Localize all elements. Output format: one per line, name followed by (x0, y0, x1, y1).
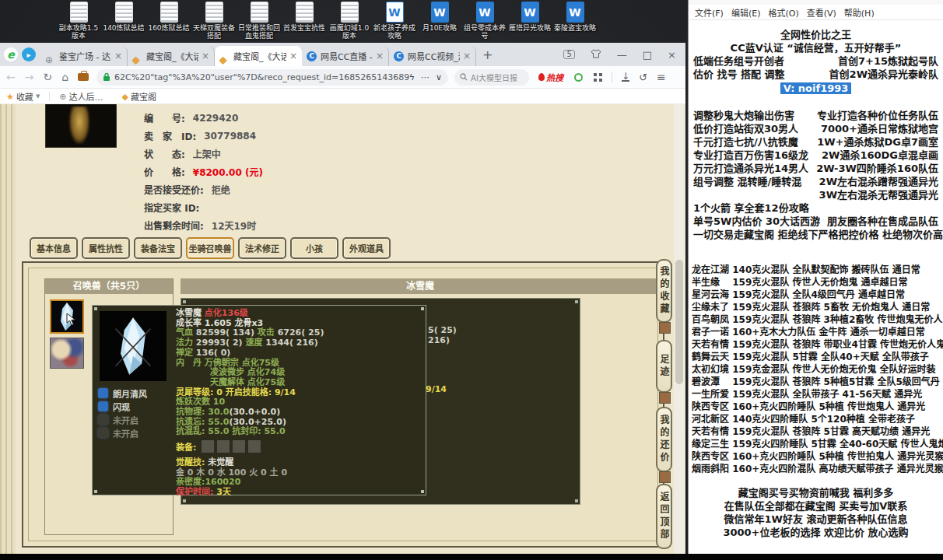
messenger-icon[interactable]: ▸ (22, 47, 36, 61)
text-left: 一切交易走藏宝阁 拒绝线下 (693, 228, 819, 241)
desktop-icon[interactable]: 天梯双魔装备搭配 (191, 2, 237, 40)
sidebar-button-footprints[interactable]: 足迹 (656, 340, 672, 393)
ssl-lock-icon (103, 72, 110, 82)
item-info-row: 编 号: 4229420 (144, 109, 263, 127)
page-tab[interactable]: 装备法宝 (134, 237, 182, 259)
tab-close-icon[interactable]: × (202, 51, 209, 61)
sidebar-button-my-offers[interactable]: 我的还价 (656, 407, 672, 472)
new-tab-button[interactable]: + (482, 47, 493, 62)
desktop-icon[interactable]: W 月10E攻略 (417, 2, 462, 40)
desktop-icon[interactable]: 画魔幻域1.0版本 (327, 2, 372, 40)
notepad-text-area[interactable]: 全网性价比之王 CC蓝V认证 “诚信经营，五开好帮手” 低端任务组号开创者 首创… (689, 28, 943, 539)
page-tab[interactable]: 基本信息 (30, 237, 78, 259)
back-icon[interactable]: ← (6, 72, 16, 82)
item-info-row: 状 态: 上架中 (144, 145, 263, 163)
menu-item[interactable]: 帮助(H) (844, 6, 875, 19)
desktop-icon[interactable]: W 新老孩子养成攻略 (372, 2, 417, 40)
bookmark-item[interactable]: ⊕ 达人后… (59, 90, 103, 103)
menu-item[interactable]: 编辑(E) (731, 6, 761, 19)
team-line: 一生所爱 159克火混队 全队带孩子 41-56天赋 通异光 (692, 388, 940, 401)
browser-tab[interactable]: 网易CC视频_游戏… × (389, 46, 476, 66)
document-file-icon (70, 2, 88, 23)
bookmark-favorites[interactable]: ★ 收藏 ▼ (6, 90, 40, 103)
bolt-icon[interactable]: ϟ (409, 72, 415, 82)
info-label: 编 号: (144, 111, 185, 124)
page-tab[interactable]: 属性抗性 (82, 237, 130, 259)
stat-text: 6726( 25) (278, 327, 324, 338)
tab-close-icon[interactable]: × (463, 51, 471, 61)
desktop-icon[interactable]: W 雁塔异光攻略 (507, 2, 552, 40)
hot-search-button[interactable]: 热搜 (538, 71, 563, 83)
workspace-briefcase-icon[interactable] (78, 73, 89, 81)
scrollbar-thumb[interactable] (675, 260, 683, 384)
forward-icon[interactable]: → (25, 72, 34, 82)
sidebar-button-back-to-top[interactable]: 返回顶部 (656, 484, 672, 549)
stat-text: 冰雪魔 (176, 308, 205, 318)
more-dots-icon[interactable]: ⋯ (421, 72, 429, 82)
browser-tab[interactable]: 藏宝阁_《大话西游… × (128, 46, 215, 66)
document-file-icon: W (386, 2, 404, 23)
desktop-icon[interactable]: 副本攻略1.5版本 (56, 2, 101, 40)
info-label: 出售剩余时间: (144, 219, 204, 232)
page-tab-label: 坐骑召唤兽 (189, 242, 232, 254)
desktop-icon[interactable]: W 秦陵盗宝攻略 (552, 2, 598, 40)
page-tab[interactable]: 法术修正 (238, 237, 286, 259)
item-info-row: 价 格: ¥8200.00 (元) (144, 163, 263, 180)
team-line: 君子一诺 160+克木大力队伍 金牛阵 通杀一切卓越日常 (692, 326, 940, 338)
file-type-letter: W (524, 6, 535, 19)
desktop-icon[interactable]: W 组号零成本养号 (462, 2, 507, 40)
address-bar[interactable]: 62C%20"tag"%3A%20"user"%7D&reco_request_… (96, 69, 448, 86)
page-tab[interactable]: 小孩 (290, 237, 338, 259)
page-tab[interactable]: 坐骑召唤兽 (186, 237, 234, 259)
document-file-icon: W (476, 2, 494, 23)
skill-name: 朗月清风 (113, 387, 147, 400)
desktop-icon[interactable]: 日常推装和回血鬼搭配 (237, 2, 282, 40)
minimize-button[interactable]: — (617, 50, 627, 60)
close-button[interactable]: × (668, 50, 676, 60)
stat-text: 速度 (245, 338, 265, 348)
maximize-button[interactable]: □ (643, 50, 652, 60)
menu-item[interactable]: 查看(V) (807, 6, 836, 19)
menu-item[interactable]: 文件(F) (695, 6, 724, 19)
tab-close-icon[interactable]: × (289, 51, 297, 61)
speed-mode-badge[interactable]: 5 (563, 50, 574, 59)
stat-text: 保护时间: (176, 487, 216, 497)
sidebar-button-favorites[interactable]: 我的收藏 (656, 259, 672, 323)
bookmark-item[interactable]: ◆ 藏宝阁 (121, 90, 156, 103)
browser-tab[interactable]: 藏宝阁_《大话西游… × (215, 46, 302, 66)
text-line: 低端任务组号开创者 首创7+15炼狱起号队 (692, 54, 940, 68)
page-tab-label: 属性抗性 (89, 242, 123, 254)
dropdown-chevron-icon[interactable]: ∨ (436, 72, 442, 82)
tab-close-icon[interactable]: × (376, 51, 384, 61)
desktop-icon[interactable]: 160炼狱总结 (146, 2, 191, 40)
desktop-icon[interactable]: 首发宝宝抗性 (282, 2, 327, 40)
page-tab[interactable]: 外观道具 (342, 237, 391, 259)
browser-tab[interactable]: 网易CC直播 - 大型… × (302, 46, 389, 66)
file-type-letter: W (479, 6, 490, 19)
mouse-cursor-icon (65, 313, 77, 329)
theme-skin-icon[interactable] (591, 49, 601, 60)
panel-text-fragment: 5( 25) (428, 325, 457, 335)
reload-icon[interactable]: ↻ (43, 72, 52, 82)
menu-item[interactable]: 格式(O) (768, 6, 798, 19)
page-scrollbar[interactable] (674, 104, 685, 554)
tab-favicon (307, 51, 317, 61)
file-type-letter: W (433, 6, 445, 19)
page-tab-label: 小孩 (306, 242, 323, 254)
text-right: 3W左右混杀无帮强通异光 (819, 188, 938, 201)
tab-close-icon[interactable]: × (114, 51, 122, 61)
apps-grid-icon[interactable] (594, 73, 602, 82)
browser-menu-icon[interactable]: ≡ (657, 71, 666, 83)
eye-protection-icon[interactable] (574, 73, 583, 82)
downloads-icon[interactable]: ↓ (622, 73, 629, 82)
browser-tab[interactable]: 鉴宝广场 - 达人后… × (40, 46, 128, 66)
search-input[interactable]: AI大模型日报 (454, 69, 529, 86)
text-right: 专业打造各种价位任务队伍 (817, 109, 938, 122)
restore-tab-icon[interactable]: ↺ (639, 72, 647, 83)
home-icon[interactable]: ⌂ (61, 72, 68, 82)
desktop-icon[interactable]: 140炼狱总结 (101, 2, 146, 40)
document-file-icon (205, 2, 223, 23)
pet-avatar[interactable] (50, 338, 84, 369)
team-list-block: 龙在江湖 140克火混队 全队默契配饰 搬砖队伍 通日常半生缘 159克火混队 … (692, 264, 940, 475)
browser-logo-icon[interactable]: e (4, 47, 18, 61)
